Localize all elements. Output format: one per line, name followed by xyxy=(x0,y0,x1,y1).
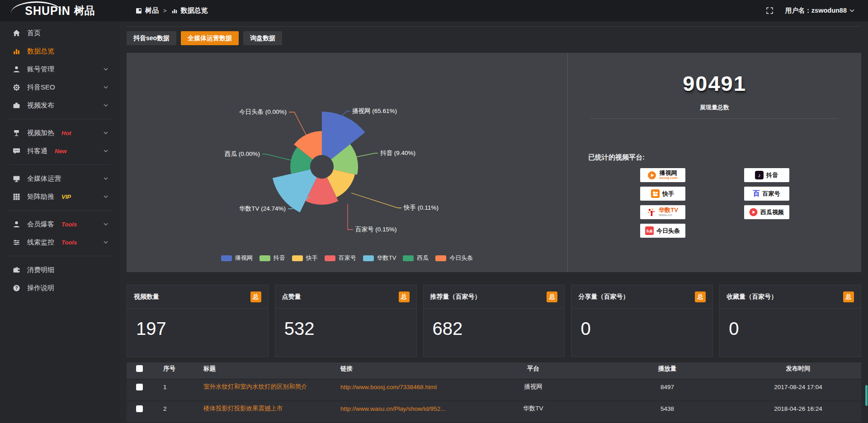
pie-chart-area: 播视网 (65.61%)抖音 (9.40%)快手 (0.11%)百家号 (0.1… xyxy=(127,53,567,272)
sidebar-item-home[interactable]: 首页 xyxy=(0,24,120,42)
legend-color-chip xyxy=(435,255,446,261)
header-checkbox-cell xyxy=(127,365,152,372)
username-label: 用户名：zswodun88 xyxy=(785,6,847,15)
platforms-label: 已统计的视频平台: xyxy=(588,153,861,162)
home-icon xyxy=(13,29,20,37)
sidebar-item-wallet[interactable]: 消费明细 xyxy=(0,261,120,279)
cell-publish-time: 2018-04-26 16:24 xyxy=(735,405,861,412)
question-icon: ? xyxy=(13,284,20,292)
breadcrumb-root[interactable]: 树品 xyxy=(145,6,159,15)
sidebar-item-lamp[interactable]: 视频加热Hot xyxy=(0,124,120,142)
tab-1[interactable]: 全媒体运营数据 xyxy=(181,31,239,45)
select-all-checkbox[interactable] xyxy=(136,365,143,372)
cell-seq: 1 xyxy=(152,384,196,390)
grid-icon xyxy=(13,193,20,201)
column-header: 平台 xyxy=(467,365,599,373)
stat-card-header: 点赞量总 xyxy=(275,285,416,309)
cell-title-link[interactable]: 室外水纹灯和室内水纹灯的区别和简介 xyxy=(196,383,333,391)
pie-label-line xyxy=(351,193,401,208)
platform-name: 快手 xyxy=(662,191,674,197)
tab-0[interactable]: 抖音seo数据 xyxy=(127,31,176,45)
tab-2[interactable]: 询盘数据 xyxy=(243,31,282,45)
legend-item-快手[interactable]: 快手 xyxy=(292,254,318,262)
chat-icon xyxy=(13,147,20,155)
legend-color-chip xyxy=(292,255,303,261)
sidebar-item-label: 矩阵助推 xyxy=(27,193,54,201)
stat-card-header: 视频数量总 xyxy=(127,285,268,309)
total-badge[interactable]: 总 xyxy=(250,291,261,302)
cell-url-link[interactable]: http://www.wasu.cn/Play/show/id/952... xyxy=(333,405,467,412)
legend-color-chip xyxy=(363,255,374,261)
sidebar-item-user2[interactable]: 会员爆客Tools xyxy=(0,215,120,233)
sidebar-item-user[interactable]: 账号管理 xyxy=(0,60,120,78)
pie-slice-label: 百家号 (0.15%) xyxy=(355,226,397,233)
sidebar-item-video[interactable]: 视频发布 xyxy=(0,96,120,114)
legend-item-华数TV[interactable]: 华数TV xyxy=(363,254,396,262)
sidebar-item-label: 消费明细 xyxy=(27,266,54,274)
sidebar-item-tag: New xyxy=(55,148,67,155)
sidebar-item-chart[interactable]: 数据总览 xyxy=(0,42,120,60)
sidebar-divider xyxy=(8,119,112,119)
sliders-icon xyxy=(13,239,20,246)
stat-label: 推荐量（百家号） xyxy=(430,293,481,301)
column-header: 标题 xyxy=(196,365,333,373)
sidebar-item-question[interactable]: ?操作说明 xyxy=(0,279,120,297)
platform-badge-douyin: ♪抖音 xyxy=(744,168,789,182)
gear-icon xyxy=(13,84,20,91)
total-badge[interactable]: 总 xyxy=(843,291,854,302)
legend-item-西瓜[interactable]: 西瓜 xyxy=(403,254,429,262)
sidebar-item-label: 抖客通 xyxy=(27,147,47,155)
stat-card-0: 视频数量总197 xyxy=(127,285,269,357)
stat-card-4: 收藏量（百家号）总0 xyxy=(719,285,861,357)
user-menu[interactable]: 用户名：zswodun88 xyxy=(785,6,854,15)
douyin-logo-icon: ♪ xyxy=(755,171,764,179)
cell-seq: 2 xyxy=(152,405,196,412)
stat-value: 532 xyxy=(275,309,416,339)
chevron-down-icon xyxy=(104,68,108,71)
sidebar-item-tag: VIP xyxy=(61,193,71,200)
fullscreen-icon[interactable] xyxy=(766,7,774,14)
legend-label: 华数TV xyxy=(377,254,396,262)
sidebar-item-label: 视频发布 xyxy=(27,101,54,110)
stat-card-1: 点赞量总532 xyxy=(275,285,417,357)
row-checkbox[interactable] xyxy=(136,405,143,412)
legend-item-今日头条[interactable]: 今日头条 xyxy=(435,254,473,262)
cell-plays: 5438 xyxy=(599,405,735,412)
sidebar-item-gear[interactable]: 抖音SEO xyxy=(0,78,120,96)
content-divider xyxy=(127,26,861,27)
pie-slice-label: 快手 (0.11%) xyxy=(403,204,439,211)
xigua-logo-icon xyxy=(749,208,758,216)
wasu-logo-icon xyxy=(647,208,656,217)
stat-value: 0 xyxy=(571,309,712,339)
user2-icon xyxy=(13,221,20,228)
legend-color-chip xyxy=(221,255,232,261)
legend-label: 播视网 xyxy=(235,254,253,262)
legend-item-播视网[interactable]: 播视网 xyxy=(221,254,253,262)
sidebar-item-grid[interactable]: 矩阵助推VIP xyxy=(0,188,120,206)
platform-column: ♪抖音百百家号西瓜视频 xyxy=(744,168,789,238)
stat-label: 分享量（百家号） xyxy=(578,293,629,301)
stat-label: 点赞量 xyxy=(282,293,301,301)
sidebar-item-label: 数据总览 xyxy=(27,47,54,56)
stat-card-header: 收藏量（百家号）总 xyxy=(720,285,861,309)
sidebar-item-monitor[interactable]: 全媒体运营 xyxy=(0,169,120,188)
pie-slice-label: 西瓜 (0.00%) xyxy=(225,150,260,157)
sidebar-item-label: 会员爆客 xyxy=(27,220,54,229)
scrollbar-thumb[interactable] xyxy=(865,385,868,406)
cell-url-link[interactable]: http://www.boosj.com/7338468.html xyxy=(333,384,467,390)
legend-item-百家号[interactable]: 百家号 xyxy=(325,254,356,262)
total-badge[interactable]: 总 xyxy=(695,291,706,302)
sidebar-item-sliders[interactable]: 线索监控Tools xyxy=(0,233,120,251)
rose-pie-chart[interactable]: 播视网 (65.61%)抖音 (9.40%)快手 (0.11%)百家号 (0.1… xyxy=(127,53,567,237)
row-checkbox[interactable] xyxy=(136,384,143,390)
legend-item-抖音[interactable]: 抖音 xyxy=(259,254,285,262)
total-badge[interactable]: 总 xyxy=(399,291,410,302)
cell-title-link[interactable]: 楼体投影灯投影效果震撼上市 xyxy=(196,404,333,413)
chart-icon xyxy=(13,47,20,55)
pie-slice-label: 抖音 (9.40%) xyxy=(380,150,415,156)
pie-slice-label: 播视网 (65.61%) xyxy=(352,108,397,114)
summary-panel: 90491 展现量总数 已统计的视频平台: 播视网boosj.com快手华数TV… xyxy=(567,53,861,272)
chevron-down-icon xyxy=(104,223,108,226)
sidebar-item-chat[interactable]: 抖客通New xyxy=(0,142,120,160)
total-badge[interactable]: 总 xyxy=(547,291,557,302)
